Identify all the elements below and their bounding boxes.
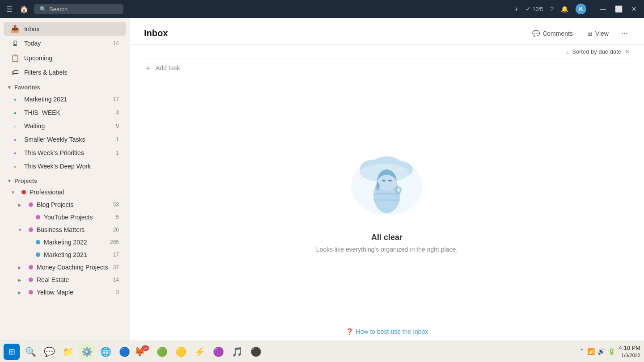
sidebar-item-inbox[interactable]: 📥 Inbox	[4, 22, 126, 36]
taskbar-edge-icon[interactable]: 🌐	[97, 344, 114, 360]
check-icon[interactable]: ✓ 10/5	[525, 5, 543, 13]
battery-icon[interactable]: 🔋	[608, 348, 615, 355]
avatar[interactable]: K	[576, 4, 586, 14]
minimize-button[interactable]: —	[597, 4, 609, 13]
taskbar-search-icon[interactable]: 🔍	[22, 344, 38, 360]
empty-state: ✻ All clear Looks like everything's orga…	[130, 77, 644, 341]
close-button[interactable]: ✕	[629, 4, 640, 13]
yellowmaple-label: Yellow Maple	[37, 289, 112, 296]
search-bar[interactable]: 🔍 Search	[34, 4, 123, 14]
money-dot	[29, 265, 33, 269]
dot-lightblue: ●	[11, 124, 20, 129]
add-task-bar[interactable]: ＋ Add task	[130, 59, 644, 77]
projects-chevron: ▼	[7, 178, 12, 183]
taskbar-app13-icon[interactable]: ⚫	[248, 344, 264, 360]
sidebar-project-realestate[interactable]: ▶ Real Estate 14	[4, 274, 126, 286]
help-link[interactable]: ❓ How to best use the Inbox	[346, 328, 428, 335]
professional-expand[interactable]: ▼	[11, 190, 18, 195]
sidebar-favorite-priorities[interactable]: ● This Week's Priorities 1	[4, 147, 126, 159]
sidebar-item-filters[interactable]: 🏷 Filters & Labels	[4, 66, 126, 79]
clock[interactable]: 4:18 PM 1/3/2022	[619, 344, 640, 359]
blog-dot	[29, 202, 33, 207]
chevron-up-icon[interactable]: ⌃	[579, 348, 585, 355]
business-label: Business Matters	[37, 226, 110, 233]
taskbar-teams-icon[interactable]: 💬	[41, 344, 57, 360]
money-expand[interactable]: ▶	[18, 265, 25, 270]
empty-subtitle: Looks like everything's organized in the…	[316, 246, 458, 253]
taskbar-explorer-icon[interactable]: 📁	[60, 344, 76, 360]
youtube-count: 5	[116, 214, 119, 220]
comments-button[interactable]: 💬 Comments	[529, 28, 576, 39]
taskbar-firefox-icon[interactable]: 🦊 14	[135, 344, 151, 360]
sidebar-project-youtube[interactable]: YouTube Projects 5	[4, 211, 126, 223]
sidebar-favorite-deepwork[interactable]: ● This Week's Deep Work	[4, 160, 126, 173]
business-expand[interactable]: ▼	[18, 227, 25, 232]
sidebar-project-professional[interactable]: ▼ Professional	[4, 186, 126, 198]
sidebar-project-blog[interactable]: ▶ Blog Projects 53	[4, 199, 126, 210]
fav-waiting-count: 9	[116, 123, 119, 129]
app13-icon: ⚫	[250, 346, 262, 357]
help-icon[interactable]: ?	[550, 5, 554, 13]
filters-icon: 🏷	[11, 68, 20, 76]
sidebar-item-upcoming[interactable]: 📋 Upcoming	[4, 51, 126, 65]
yellow-expand[interactable]: ▶	[18, 290, 25, 295]
sort-bar: ↓ Sorted by due date ✕	[130, 45, 644, 59]
app9-icon: 🟡	[175, 346, 186, 357]
realestate-label: Real Estate	[37, 276, 110, 283]
windows-icon: ⊞	[8, 347, 15, 357]
sidebar-favorite-smaller[interactable]: ● Smaller Weekly Tasks 1	[4, 133, 126, 146]
view-button[interactable]: ⊞ View	[584, 28, 612, 39]
chrome-icon: 🔵	[119, 346, 130, 357]
clock-time: 4:18 PM	[619, 344, 640, 352]
taskbar-app10-icon[interactable]: ⚡	[191, 344, 208, 360]
more-options-button[interactable]: ···	[619, 27, 630, 40]
sidebar-project-marketing2022[interactable]: Marketing 2022 265	[4, 236, 126, 248]
projects-section-header[interactable]: ▼ Projects	[0, 173, 130, 186]
app-body: 📥 Inbox 🗓 Today 14 📋 Upcoming 🏷 Filters …	[0, 18, 644, 341]
fav-smaller-count: 1	[116, 136, 119, 143]
sidebar-favorite-waiting[interactable]: ● Waiting 9	[4, 120, 126, 132]
taskbar-app11-icon[interactable]: 🟣	[210, 344, 226, 360]
fav-deepwork-label: This Week's Deep Work	[24, 163, 119, 170]
sidebar-project-business[interactable]: ▼ Business Matters 26	[4, 224, 126, 236]
main-panel: Inbox 💬 Comments ⊞ View ··· ↓ Sorted by …	[130, 18, 644, 341]
add-icon[interactable]: +	[515, 5, 518, 13]
taskbar-settings-icon[interactable]: ⚙️	[79, 344, 95, 360]
home-icon[interactable]: 🏠	[18, 3, 30, 15]
m2022-dot	[36, 240, 40, 244]
firefox-badge: 14	[142, 345, 149, 351]
volume-icon[interactable]: 🔊	[597, 348, 605, 355]
taskbar-spotify-icon[interactable]: 🎵	[229, 344, 245, 360]
taskbar-app8-icon[interactable]: 🟢	[154, 344, 170, 360]
sort-close-button[interactable]: ✕	[625, 48, 630, 55]
add-task-label: Add task	[156, 64, 180, 72]
svg-rect-7	[374, 199, 399, 201]
menu-icon[interactable]: ☰	[4, 3, 14, 15]
realestate-expand[interactable]: ▶	[18, 278, 25, 282]
app11-icon: 🟣	[213, 346, 224, 357]
add-task-plus-icon: ＋	[144, 63, 152, 73]
taskbar-windows-button[interactable]: ⊞	[4, 344, 20, 360]
blog-expand[interactable]: ▶	[18, 202, 25, 207]
taskbar-chrome-icon[interactable]: 🔵	[116, 344, 132, 360]
sidebar-project-marketing2021[interactable]: Marketing 2021 17	[4, 249, 126, 261]
restore-button[interactable]: ⬜	[612, 4, 625, 13]
sidebar-favorite-marketing2021[interactable]: ● Marketing 2021 17	[4, 93, 126, 105]
sidebar: 📥 Inbox 🗓 Today 14 📋 Upcoming 🏷 Filters …	[0, 18, 130, 341]
sidebar-item-today[interactable]: 🗓 Today 14	[4, 37, 126, 50]
sidebar-project-yellowmaple[interactable]: ▶ Yellow Maple 3	[4, 286, 126, 298]
yellow-dot	[29, 290, 33, 295]
taskbar-app9-icon[interactable]: 🟡	[173, 344, 189, 360]
sidebar-favorite-thisweek[interactable]: ● THIS_WEEK 3	[4, 106, 126, 119]
today-count: 10/5	[533, 6, 543, 13]
money-label: Money Coaching Projects	[37, 264, 110, 271]
favorites-section-header[interactable]: ▼ Favorites	[0, 80, 130, 93]
comments-label: Comments	[542, 30, 573, 37]
main-header: Inbox 💬 Comments ⊞ View ···	[130, 18, 644, 45]
wifi-icon[interactable]: 📶	[587, 348, 595, 355]
m2021-label: Marketing 2021	[44, 251, 110, 258]
bell-icon[interactable]: 🔔	[561, 5, 568, 13]
blog-count: 53	[113, 202, 119, 208]
sidebar-project-moneycoaching[interactable]: ▶ Money Coaching Projects 37	[4, 261, 126, 273]
professional-label: Professional	[30, 189, 119, 196]
